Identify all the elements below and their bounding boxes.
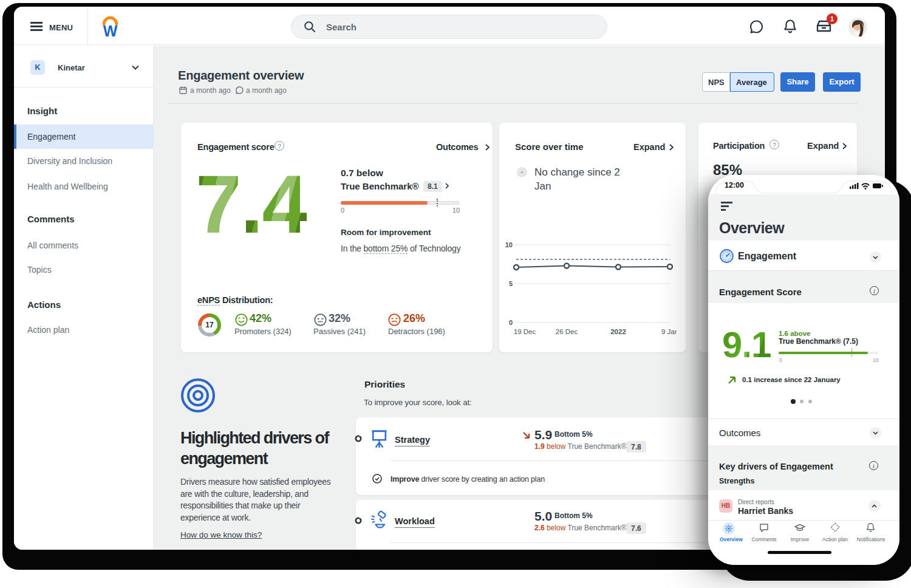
svg-text:10: 10 [505,241,513,248]
svg-text:5: 5 [509,280,513,287]
svg-text:19 Dec: 19 Dec [514,328,536,335]
svg-text:26 Dec: 26 Dec [556,328,578,335]
svg-text:0: 0 [509,319,513,326]
svg-text:W: W [103,22,118,38]
svg-text:2022: 2022 [610,328,626,335]
svg-text:9 Jan: 9 Jan [661,328,677,335]
